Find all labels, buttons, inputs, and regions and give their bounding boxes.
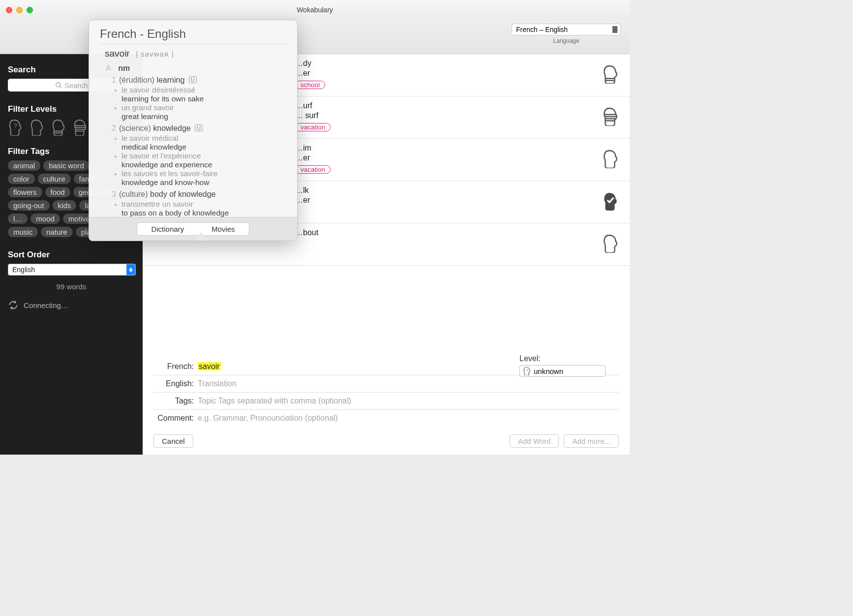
level-icon — [602, 150, 619, 168]
word-tags: vacation — [295, 123, 621, 131]
dictionary-sense: 2(science) knowledge U — [112, 124, 286, 133]
level-icon — [602, 107, 619, 126]
word-tags: vacation — [295, 165, 621, 174]
word-count-label: 99 words — [8, 282, 135, 291]
filter-tag[interactable]: music — [8, 227, 38, 237]
level-select[interactable]: ? unknown — [519, 365, 606, 377]
filter-tag[interactable]: food — [45, 187, 70, 197]
filter-tag[interactable]: l… — [8, 214, 28, 224]
word-foreign: …im — [295, 144, 621, 153]
filter-tag[interactable]: nature — [41, 227, 73, 237]
sync-status-label: Connecting… — [24, 301, 68, 309]
filter-tag[interactable]: going-out — [8, 200, 50, 211]
sync-icon — [8, 300, 19, 310]
pos-value: nm — [118, 64, 130, 72]
word-foreign: …bout — [295, 228, 621, 237]
window-title: Wokabulary — [0, 6, 630, 14]
popover-body: French - English savoir | savwaʀ | A nm … — [89, 20, 297, 217]
tab-movies[interactable]: Movies — [198, 223, 249, 235]
comment-input[interactable]: e.g. Grammar, Pronounciation (optional) — [198, 414, 619, 423]
level-3-icon[interactable] — [73, 119, 88, 136]
word-translation: …er — [295, 154, 621, 162]
add-more-button[interactable]: Add more... — [564, 434, 619, 448]
sync-status: Connecting… — [8, 300, 135, 310]
form-buttons: Cancel Add Word Add more... — [153, 434, 619, 448]
word-foreign: …urf — [295, 101, 621, 110]
popover-title: French - English — [100, 27, 286, 44]
head-unknown-icon: ? — [523, 367, 531, 375]
level-icon — [602, 65, 619, 84]
tags-label: Tags: — [153, 397, 198, 405]
french-label: French: — [153, 362, 198, 371]
add-word-button[interactable]: Add Word — [510, 434, 559, 448]
popover-headword: savoir — [105, 48, 130, 59]
dictionary-sense: 1(érudition) learning U — [112, 76, 286, 85]
filter-tag[interactable]: culture — [38, 174, 71, 184]
filter-tag[interactable]: animal — [8, 160, 40, 171]
comment-field-row: Comment: e.g. Grammar, Pronounciation (o… — [153, 410, 619, 427]
popover-pronunciation: | savwaʀ | — [136, 50, 174, 58]
chevron-up-down-icon — [126, 264, 135, 275]
level-1-icon[interactable] — [30, 119, 44, 136]
svg-text:?: ? — [14, 123, 17, 129]
filter-tag[interactable]: kids — [53, 200, 77, 211]
french-input-value: savoir — [198, 362, 221, 370]
filter-tag[interactable]: mood — [30, 214, 60, 224]
level-2-icon[interactable] — [51, 119, 66, 136]
word-translation: … surf — [295, 111, 621, 120]
level-icon — [602, 234, 619, 253]
language-select[interactable]: French – English — [512, 24, 621, 35]
search-placeholder: Search — [64, 81, 88, 90]
popover-footer: Dictionary Movies — [89, 217, 297, 241]
level-icon — [602, 192, 619, 211]
filter-tag[interactable]: basic word — [43, 160, 90, 171]
tab-dictionary[interactable]: Dictionary — [137, 223, 198, 235]
word-translation: …er — [295, 69, 621, 78]
add-word-form: French: savoir English: Translation Tags… — [149, 354, 624, 448]
dictionary-example: le savoir désintéressélearning for its o… — [122, 86, 286, 103]
word-foreign: …lk — [295, 186, 621, 195]
svg-text:?: ? — [526, 369, 528, 372]
english-input[interactable]: Translation — [198, 379, 619, 388]
language-select-value: French – English — [516, 26, 568, 33]
language-select-label: Language — [512, 37, 621, 44]
popover-tabs: Dictionary Movies — [137, 222, 249, 236]
sort-order-select[interactable]: English — [8, 264, 136, 276]
language-picker: French – English Language — [512, 24, 621, 44]
sort-order-heading: Sort Order — [8, 250, 135, 260]
level-unknown-icon[interactable]: ? — [8, 119, 23, 136]
tags-field-row: Tags: Topic Tags separated with comma (o… — [153, 393, 619, 410]
svg-line-1 — [60, 87, 61, 89]
english-label: English: — [153, 379, 198, 388]
word-translation: …er — [295, 196, 621, 205]
dictionary-example: le savoir médicalmedical knowledge — [122, 134, 286, 152]
word-tag: vacation — [295, 123, 331, 131]
svg-point-0 — [56, 83, 60, 87]
dictionary-example: les savoirs et les savoir-faireknowledge… — [122, 169, 286, 187]
dictionary-example: un grand savoirgreat learning — [122, 103, 286, 121]
word-tags: school — [295, 81, 621, 89]
sort-order-value: English — [12, 266, 35, 274]
word-tag: vacation — [295, 165, 331, 174]
level-select-value: unknown — [534, 367, 563, 375]
english-field-row: English: Translation — [153, 375, 619, 393]
dictionary-sense: 3(culture) body of knowledge — [112, 190, 286, 199]
dictionary-example: transmettre un savoirto pass on a body o… — [122, 200, 286, 217]
word-tag: school — [295, 81, 325, 89]
popover-pos: A nm — [106, 64, 286, 73]
search-icon — [55, 82, 62, 89]
level-label: Level: — [519, 354, 618, 363]
cancel-button[interactable]: Cancel — [153, 434, 193, 448]
tags-input[interactable]: Topic Tags separated with comma (optiona… — [198, 397, 619, 405]
filter-tag[interactable]: flowers — [8, 187, 42, 197]
chevron-up-down-icon — [612, 25, 619, 34]
word-foreign: …dy — [295, 59, 621, 68]
level-area: Level: ? unknown — [519, 354, 618, 377]
titlebar: Wokabulary — [0, 0, 630, 20]
dictionary-example: le savoir et l'expérienceknowledge and e… — [122, 152, 286, 169]
filter-tag[interactable]: color — [8, 174, 35, 184]
pos-marker: A — [106, 64, 111, 72]
comment-label: Comment: — [153, 414, 198, 423]
dictionary-popover: French - English savoir | savwaʀ | A nm … — [89, 20, 298, 241]
